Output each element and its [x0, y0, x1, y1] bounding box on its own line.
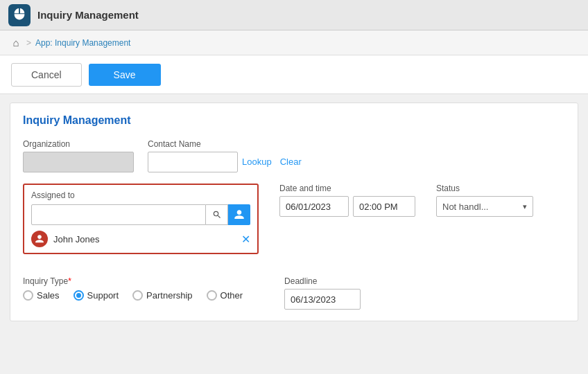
deadline-input[interactable]	[284, 289, 361, 310]
deadline-label: Deadline	[284, 276, 361, 286]
contact-name-input[interactable]	[148, 152, 238, 172]
app-header: Inquiry Management	[0, 0, 588, 30]
radio-label-support: Support	[87, 290, 119, 301]
assigned-to-label: Assigned to	[31, 190, 250, 200]
organization-label: Organization	[23, 139, 134, 149]
time-input[interactable]	[353, 196, 415, 217]
radio-support[interactable]: Support	[74, 290, 119, 301]
radio-sales[interactable]: Sales	[23, 290, 60, 301]
status-label: Status	[436, 184, 533, 193]
search-icon	[212, 210, 222, 220]
status-select[interactable]: Not handl... ▾	[436, 196, 533, 217]
date-time-inputs	[279, 196, 415, 217]
radio-partnership[interactable]: Partnership	[132, 290, 192, 301]
home-icon[interactable]: ⌂	[10, 37, 22, 49]
radio-label-partnership: Partnership	[146, 290, 192, 301]
radio-circle-other	[207, 290, 217, 301]
organization-group: Organization	[23, 139, 134, 172]
radio-label-other: Other	[220, 290, 243, 301]
form-title: Inquiry Management	[23, 114, 565, 127]
assigned-to-input[interactable]	[31, 204, 206, 225]
avatar-icon	[35, 234, 44, 244]
app-icon	[8, 4, 31, 26]
assigned-search-button[interactable]	[206, 204, 228, 225]
status-value: Not handl...	[442, 202, 489, 212]
chevron-down-icon: ▾	[523, 202, 527, 211]
assigned-user-name: John Jones	[53, 234, 236, 244]
assigned-user-button[interactable]	[228, 204, 250, 225]
lookup-button[interactable]: Lookup	[238, 157, 276, 167]
deadline-group: Deadline	[284, 276, 361, 310]
radio-circle-partnership	[132, 290, 143, 301]
date-input[interactable]	[279, 196, 349, 217]
inquiry-type-label: Inquiry Type*	[23, 276, 243, 286]
assigned-to-box: Assigned to	[23, 184, 259, 254]
toolbar: Cancel Save	[0, 55, 588, 94]
breadcrumb-app-link[interactable]: App: Inquiry Management	[35, 38, 130, 48]
user-avatar	[31, 231, 48, 247]
user-icon	[234, 209, 245, 220]
radio-other[interactable]: Other	[207, 290, 243, 301]
form-row-1: Organization Contact Name Lookup Clear	[23, 139, 565, 172]
save-button[interactable]: Save	[89, 64, 161, 86]
main-form: Inquiry Management Organization Contact …	[10, 103, 578, 321]
contact-name-label: Contact Name	[148, 139, 306, 149]
organization-field	[23, 152, 134, 172]
breadcrumb: ⌂ > App: Inquiry Management	[0, 30, 588, 55]
assigned-user-row: John Jones ✕	[31, 231, 250, 247]
cancel-button[interactable]: Cancel	[11, 63, 82, 87]
radio-circle-support	[74, 290, 84, 301]
clear-button[interactable]: Clear	[276, 157, 306, 167]
lookup-clear-group: Lookup Clear	[238, 157, 306, 168]
required-indicator: *	[68, 276, 71, 286]
inquiry-type-group: Inquiry Type* Sales Support Partnership	[23, 276, 243, 301]
date-time-group: Date and time	[279, 184, 415, 217]
mouse-icon	[12, 8, 27, 23]
status-group: Status Not handl... ▾	[436, 184, 533, 217]
assigned-input-row	[31, 204, 250, 225]
header-title: Inquiry Management	[37, 9, 139, 21]
inquiry-type-radio-group: Sales Support Partnership Other	[23, 290, 243, 301]
radio-label-sales: Sales	[37, 290, 60, 301]
inquiry-row: Inquiry Type* Sales Support Partnership	[23, 276, 565, 310]
remove-assigned-button[interactable]: ✕	[241, 233, 250, 246]
date-time-label: Date and time	[279, 184, 415, 193]
radio-circle-sales	[23, 290, 33, 301]
contact-name-group: Contact Name Lookup Clear	[148, 139, 306, 172]
form-row-2: Assigned to	[23, 184, 565, 265]
breadcrumb-separator: >	[26, 38, 31, 48]
